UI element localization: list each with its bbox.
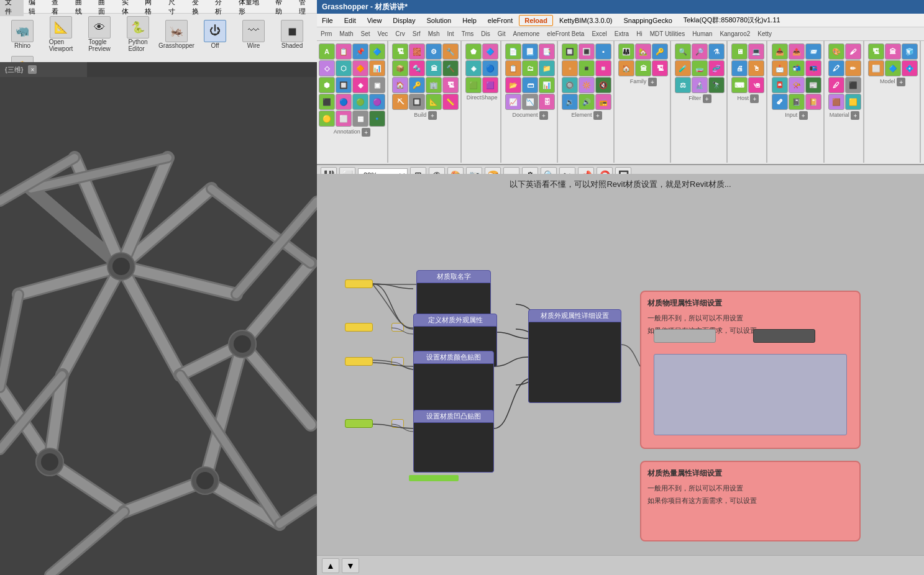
comp-icon[interactable]: 🔵 (336, 94, 352, 110)
input-panel-1[interactable] (345, 279, 373, 288)
comp-icon[interactable]: ⬜ (868, 60, 884, 76)
comp-icon[interactable]: ⛏ (392, 94, 408, 110)
gh-bottom-btn-2[interactable]: ▼ (342, 558, 359, 573)
shaded-button[interactable]: ◼ Shaded (275, 20, 309, 49)
comp-icon[interactable]: 🟣 (369, 94, 385, 110)
comp-icon[interactable]: 📈 (505, 94, 521, 110)
node-bump-map[interactable]: 设置材质凹凸贴图 (413, 410, 494, 473)
comp-icon[interactable]: 🔲 (409, 94, 425, 110)
comp-icon[interactable]: 🔑 (652, 43, 668, 60)
comp-icon[interactable]: 📑 (539, 43, 555, 60)
comp-icon[interactable]: 🏛 (635, 60, 651, 76)
comp-icon[interactable]: 📃 (522, 43, 538, 60)
comp-icon[interactable]: ⬛ (319, 94, 335, 110)
comp-icon[interactable]: 🖱 (748, 60, 764, 76)
comp-icon[interactable]: 🧫 (692, 60, 708, 76)
comp-icon[interactable]: 🖍 (828, 60, 844, 76)
tab-vec[interactable]: Vec (374, 29, 392, 38)
comp-icon[interactable]: 📋 (336, 43, 352, 60)
comp-icon[interactable]: 📰 (805, 77, 821, 93)
gh-menu-view[interactable]: View (362, 16, 387, 25)
comp-icon[interactable]: 🧊 (902, 43, 918, 60)
comp-icon[interactable]: 🏗 (652, 60, 668, 76)
comp-icon[interactable]: 🖌 (845, 43, 861, 60)
gh-menu-display[interactable]: Display (388, 16, 420, 25)
comp-icon[interactable]: ◽ (595, 60, 611, 76)
comp-icon[interactable]: 🖨 (731, 60, 748, 76)
tab-srf[interactable]: Srf (409, 29, 424, 38)
comp-icon[interactable]: 🔷 (482, 43, 498, 60)
rhino-button[interactable]: 🦏 Rhino (5, 20, 40, 49)
comp-icon[interactable]: 📌 (352, 43, 368, 60)
comp-icon[interactable]: 📏 (442, 94, 459, 110)
comp-icon[interactable]: 🏛 (426, 60, 442, 76)
comp-icon[interactable]: 🧬 (708, 60, 725, 76)
comp-icon[interactable]: ✏ (845, 60, 861, 76)
comp-icon[interactable]: 🟩 (465, 77, 482, 93)
comp-icon[interactable]: ⬟ (465, 43, 482, 60)
comp-icon[interactable]: 🔳 (579, 43, 595, 60)
sub-node-1[interactable] (654, 329, 716, 343)
node-material-name[interactable]: 材质取名字 (416, 270, 491, 320)
input-panel-6[interactable] (345, 419, 373, 428)
tab-int[interactable]: Int (444, 29, 458, 38)
tab-ketty[interactable]: Ketty (754, 29, 775, 38)
comp-icon[interactable]: ▫ (562, 60, 578, 76)
gh-menu-help[interactable]: Help (457, 16, 482, 25)
comp-icon[interactable]: ◈ (465, 60, 482, 76)
comp-icon[interactable]: 🔷 (369, 43, 385, 60)
gh-canvas[interactable]: 以下英语看不懂，可以对照Revit材质设置，就是对Revit材质... (317, 174, 924, 555)
grasshopper-button[interactable]: 🦗 Grasshopper (159, 20, 194, 49)
comp-icon[interactable]: 🔷 (885, 60, 901, 76)
tab-hi[interactable]: Hi (633, 29, 646, 38)
comp-icon[interactable]: ◈ (352, 77, 368, 93)
gh-menu-file[interactable]: File (317, 16, 338, 25)
comp-icon[interactable]: ◇ (319, 60, 335, 76)
comp-icon[interactable]: 🔇 (595, 77, 611, 93)
off-button[interactable]: ⏻ Off (198, 20, 232, 49)
tab-git[interactable]: Git (494, 29, 510, 38)
comp-icon[interactable]: 🟨 (845, 94, 861, 110)
comp-icon[interactable]: 🏗 (868, 43, 884, 60)
comp-icon[interactable]: 🏗 (392, 43, 408, 60)
comp-icon[interactable]: 📩 (772, 60, 788, 76)
comp-icon[interactable]: 🔵 (482, 60, 498, 76)
comp-icon[interactable]: 🎨 (828, 43, 844, 60)
input-panel-3[interactable] (391, 323, 404, 332)
comp-icon[interactable]: 🔹 (369, 111, 385, 127)
comp-icon[interactable]: 🟡 (319, 111, 335, 127)
gh-menu-reload[interactable]: Reload (519, 15, 553, 26)
comp-icon[interactable]: 🖥 (731, 43, 748, 60)
comp-icon[interactable]: 📯 (789, 77, 805, 93)
gh-menu-solution[interactable]: Solution (421, 16, 456, 25)
gh-menu-edit[interactable]: Edit (339, 16, 361, 25)
gh-menu-snapping[interactable]: SnappingGecko (618, 16, 677, 25)
node-color-map[interactable]: 设置材质颜色贴图 (413, 351, 494, 414)
comp-icon[interactable]: 📋 (505, 60, 521, 76)
tab-excel[interactable]: Excel (588, 29, 610, 38)
comp-icon[interactable]: 📬 (789, 60, 805, 76)
comp-icon[interactable]: 🔲 (562, 43, 578, 60)
comp-icon[interactable]: 📻 (595, 94, 611, 110)
comp-icon[interactable]: ▣ (369, 77, 385, 93)
comp-icon[interactable]: 🔘 (562, 77, 578, 93)
comp-icon[interactable]: 🔩 (409, 60, 425, 76)
comp-icon[interactable]: 🖊 (828, 77, 844, 93)
comp-icon[interactable]: ⚖ (675, 77, 691, 93)
comp-icon[interactable]: 📮 (772, 77, 788, 93)
comp-icon[interactable]: 🔎 (692, 43, 708, 60)
comp-icon[interactable]: ⬛ (845, 77, 861, 93)
python-editor-button[interactable]: 🐍 PythonEditor (121, 16, 155, 52)
viewport-close-button[interactable]: × (28, 65, 37, 74)
comp-icon[interactable]: 🔍 (675, 43, 691, 60)
sub-node-2[interactable] (753, 329, 815, 343)
gh-menu-elefront[interactable]: eleFront (483, 16, 518, 25)
comp-icon[interactable]: 📤 (789, 43, 805, 60)
comp-icon[interactable]: 👨‍👩‍👧 (618, 43, 634, 60)
comp-icon[interactable]: ⚙ (426, 43, 442, 60)
comp-icon[interactable]: 📉 (522, 94, 538, 110)
toggle-preview-button[interactable]: 👁 TogglePreview (82, 16, 117, 52)
input-panel-2[interactable] (345, 323, 373, 332)
sub-node-3[interactable] (654, 354, 847, 435)
input-panel-5[interactable] (391, 357, 404, 366)
